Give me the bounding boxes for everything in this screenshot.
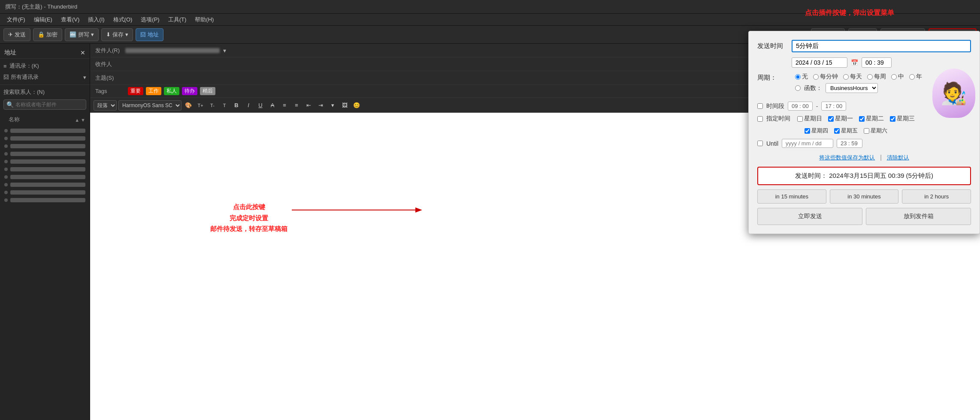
annotation-top-right: 点击插件按键，弹出设置菜单 (805, 9, 894, 18)
address-button[interactable]: 囧 地址 (136, 28, 163, 41)
menu-insert[interactable]: 插入(I) (85, 15, 108, 24)
period-mid[interactable]: 中 (891, 73, 904, 81)
contact-item[interactable] (0, 196, 90, 204)
outdent-btn[interactable]: ⇥ (315, 100, 326, 111)
contact-name (10, 129, 85, 133)
font-select[interactable]: HarmonyOS Sans SC (118, 100, 181, 111)
subject-label: 主题(S) (95, 74, 125, 82)
color-btn[interactable]: 🎨 (183, 100, 194, 111)
period-func-radio[interactable] (795, 85, 801, 91)
menu-help[interactable]: 帮助(H) (191, 15, 217, 24)
contact-item[interactable] (0, 127, 90, 135)
font-size-increase-btn[interactable]: T+ (195, 100, 206, 111)
font-size-decrease-btn[interactable]: T- (207, 100, 218, 111)
close-icon[interactable]: ✕ (80, 49, 85, 56)
menu-options[interactable]: 选项(P) (137, 15, 163, 24)
sidebar-all-contacts[interactable]: 囧 所有通讯录 ▾ (0, 72, 90, 83)
in-15-minutes-button[interactable]: in 15 minutes (757, 189, 826, 204)
period-minute[interactable]: 每分钟 (813, 73, 838, 81)
time-range-start[interactable]: 09 : 00 (788, 102, 813, 111)
time-range-end[interactable]: 17 : 00 (821, 102, 846, 111)
sidebar: 地址 ✕ ≡ 通讯录：(K) 囧 所有通讯录 ▾ 搜索联系人：(N) 🔍 名称 … (0, 44, 90, 420)
indent-btn[interactable]: ⇤ (303, 100, 314, 111)
contact-item[interactable] (0, 142, 90, 150)
contact-item[interactable] (0, 165, 90, 173)
spell-button[interactable]: 🔤 拼写 ▾ (65, 28, 99, 41)
ol-btn[interactable]: ≡ (291, 100, 302, 111)
popup-time-input[interactable] (792, 40, 971, 52)
sidebar-search-label: 搜索联系人：(N) (0, 87, 90, 98)
func-label: 函数： (804, 84, 822, 92)
link-separator: | (880, 154, 882, 161)
function-select[interactable]: BusinessHours (826, 83, 878, 93)
menu-edit[interactable]: 编辑(E) (30, 15, 56, 24)
until-checkbox[interactable] (757, 141, 763, 146)
menu-format[interactable]: 格式(O) (110, 15, 136, 24)
contact-item[interactable] (0, 173, 90, 181)
weekday-thu[interactable]: 星期四 (805, 127, 828, 135)
quick-buttons: in 15 minutes in 30 minutes in 2 hours (757, 189, 971, 204)
calendar-icon: 📅 (851, 59, 858, 66)
avatar (4, 175, 8, 179)
save-icon: ⬇ (106, 31, 111, 38)
contact-item[interactable] (0, 150, 90, 158)
bold-btn[interactable]: B (231, 100, 242, 111)
italic-btn[interactable]: I (243, 100, 254, 111)
menu-tools[interactable]: 工具(T) (165, 15, 190, 24)
weekday-mon[interactable]: 星期一 (828, 115, 853, 123)
contact-item[interactable] (0, 135, 90, 142)
until-time-input[interactable] (837, 139, 862, 148)
save-defaults-link[interactable]: 将这些数值保存为默认 (819, 154, 875, 161)
until-date-input[interactable] (782, 139, 833, 148)
paragraph-select[interactable]: 段落 (94, 100, 117, 111)
from-dropdown-icon[interactable]: ▾ (223, 47, 226, 54)
tag-todo[interactable]: 待办 (182, 87, 197, 95)
tag-personal[interactable]: 私人 (164, 87, 179, 95)
align-btn[interactable]: ▾ (327, 100, 338, 111)
weekday-sun[interactable]: 星期日 (797, 115, 822, 123)
weekday-tue[interactable]: 星期二 (859, 115, 884, 123)
action-buttons: 立即发送 放到发件箱 (757, 208, 971, 225)
contact-item[interactable] (0, 158, 90, 165)
clear-defaults-link[interactable]: 清除默认 (887, 154, 909, 161)
weekday-fri[interactable]: 星期五 (834, 127, 858, 135)
save-button[interactable]: ⬇ 保存 ▾ (101, 28, 133, 41)
contact-item[interactable] (0, 181, 90, 189)
specified-time-checkbox[interactable] (757, 116, 763, 122)
send-button[interactable]: ✈ 发送 (3, 28, 30, 41)
sidebar-header: 地址 ✕ (0, 47, 90, 59)
insert-btn[interactable]: 🖼 (339, 100, 350, 111)
in-30-minutes-button[interactable]: in 30 minutes (830, 189, 899, 204)
tag-work[interactable]: 工作 (146, 87, 161, 95)
contact-item[interactable] (0, 189, 90, 196)
menu-view[interactable]: 查看(V) (57, 15, 83, 24)
font-size-btn[interactable]: T (219, 100, 230, 111)
until-label: Until (766, 140, 778, 147)
time-range-checkbox[interactable] (757, 103, 763, 109)
in-2-hours-button[interactable]: in 2 hours (902, 189, 971, 204)
tag-important[interactable]: 重要 (128, 87, 143, 95)
sidebar-address-book[interactable]: ≡ 通讯录：(K) (0, 60, 90, 72)
period-day[interactable]: 每天 (843, 73, 862, 81)
period-none[interactable]: 无 (795, 73, 808, 81)
period-year[interactable]: 年 (909, 73, 922, 81)
popup-time-field[interactable] (862, 57, 892, 68)
emoji-btn[interactable]: 😊 (351, 100, 362, 111)
strikethrough-btn[interactable]: A (267, 100, 278, 111)
popup-date-field[interactable] (792, 57, 847, 68)
tag-later[interactable]: 稍后 (200, 87, 215, 95)
weekday-wed[interactable]: 星期三 (890, 115, 915, 123)
chevron-down-icon: ▾ (125, 31, 128, 38)
search-input[interactable] (15, 102, 83, 108)
popup-send-time-row: 发送时间 (757, 40, 971, 52)
period-week[interactable]: 每周 (867, 73, 886, 81)
send-now-button[interactable]: 立即发送 (757, 208, 862, 225)
links-row: 将这些数值保存为默认 | 清除默认 (757, 154, 971, 162)
ul-btn[interactable]: ≡ (279, 100, 290, 111)
contact-name (10, 198, 85, 202)
weekday-sat[interactable]: 星期六 (864, 127, 887, 135)
encrypt-button[interactable]: 🔒 加密 (33, 28, 62, 41)
underline-btn[interactable]: U (255, 100, 266, 111)
put-outbox-button[interactable]: 放到发件箱 (866, 208, 971, 225)
menu-file[interactable]: 文件(F) (3, 15, 29, 24)
